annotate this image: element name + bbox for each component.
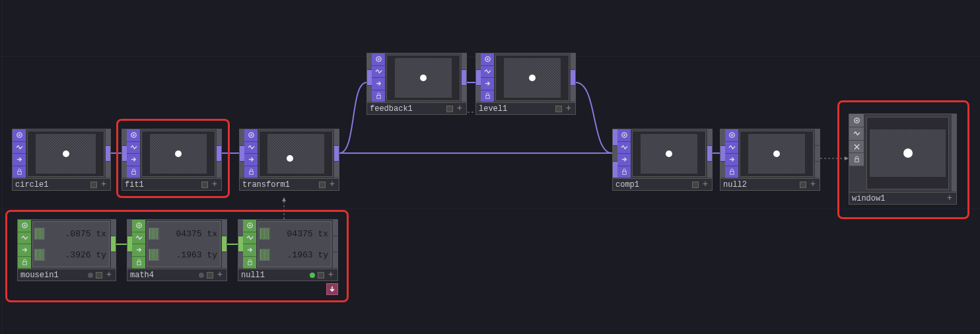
plus-icon[interactable]: + [327, 271, 335, 279]
node-title-bar[interactable]: transform1 + [240, 178, 339, 190]
node-level1[interactable]: level1 + [475, 53, 576, 115]
node-title-bar[interactable]: level1 + [476, 102, 575, 114]
node-flags[interactable] [243, 220, 256, 269]
export-arrow-button[interactable] [326, 283, 338, 295]
node-flags[interactable] [132, 220, 145, 269]
title-flag[interactable] [96, 272, 102, 279]
plus-icon[interactable]: + [809, 181, 817, 189]
node-transform1[interactable]: transform1 + [239, 129, 339, 191]
title-flag[interactable] [318, 272, 324, 279]
lock-icon[interactable] [372, 90, 385, 103]
lock-icon[interactable] [849, 153, 864, 166]
title-flag[interactable] [446, 106, 453, 112]
output-connector[interactable] [333, 220, 337, 269]
input-connector[interactable] [240, 129, 244, 178]
node-fit1[interactable]: fit1 + [122, 129, 222, 191]
arrow-icon[interactable] [372, 78, 385, 90]
node-title-bar[interactable]: comp1 + [613, 178, 712, 190]
output-connector[interactable] [217, 129, 221, 178]
lock-icon[interactable] [243, 257, 256, 269]
activity-icon[interactable] [372, 66, 385, 79]
node-flags[interactable] [18, 220, 31, 269]
plus-icon[interactable]: + [701, 181, 709, 189]
node-circle1[interactable]: circle1 + [12, 129, 111, 191]
node-feedback1[interactable]: feedback1 + [367, 53, 467, 115]
node-title-bar[interactable]: circle1 + [13, 178, 110, 190]
input-connector[interactable] [720, 129, 725, 178]
plus-icon[interactable]: + [328, 181, 336, 189]
output-connector[interactable] [222, 220, 227, 269]
lock-icon[interactable] [13, 166, 26, 179]
node-title-bar[interactable]: null2 + [720, 178, 820, 190]
plus-icon[interactable]: + [456, 105, 464, 113]
title-flag[interactable] [319, 182, 326, 188]
activity-icon[interactable] [13, 142, 26, 154]
lock-icon[interactable] [244, 166, 258, 179]
input-connector[interactable] [238, 220, 243, 269]
node-title-bar[interactable]: window1 + [849, 192, 956, 204]
arrow-icon[interactable] [18, 244, 31, 257]
output-connector[interactable] [462, 53, 466, 102]
output-connector[interactable] [334, 129, 339, 178]
viewer-icon[interactable] [13, 129, 26, 142]
node-null1[interactable]: 04375 tx .1963 ty null1 + [238, 219, 338, 281]
node-flags[interactable] [13, 129, 26, 178]
lock-icon[interactable] [725, 166, 738, 179]
viewer-icon[interactable] [372, 53, 385, 66]
node-null2[interactable]: null2 + [720, 129, 820, 191]
node-title-bar[interactable]: null1 + [238, 269, 337, 281]
lock-icon[interactable] [617, 166, 631, 179]
node-flags[interactable] [372, 53, 385, 102]
title-flag[interactable] [207, 272, 213, 279]
viewer-icon[interactable] [132, 220, 145, 232]
activity-icon[interactable] [481, 66, 494, 79]
node-flags[interactable] [849, 114, 864, 192]
output-connector[interactable] [111, 220, 116, 269]
node-flags[interactable] [244, 129, 258, 178]
title-flag[interactable] [90, 182, 97, 188]
arrow-icon[interactable] [481, 78, 494, 90]
arrow-icon[interactable] [244, 154, 258, 166]
title-flag[interactable] [555, 106, 562, 112]
output-connector[interactable] [106, 129, 110, 178]
node-title-bar[interactable]: fit1 + [122, 178, 221, 190]
arrow-icon[interactable] [13, 154, 26, 166]
plus-icon[interactable]: + [211, 181, 219, 189]
title-flag[interactable] [800, 182, 806, 188]
node-flags[interactable] [617, 129, 631, 178]
export-flag[interactable] [310, 273, 315, 278]
input-connector[interactable] [476, 53, 481, 102]
close-icon[interactable] [849, 141, 864, 154]
arrow-icon[interactable] [127, 154, 140, 166]
activity-icon[interactable] [132, 232, 145, 245]
lock-icon[interactable] [18, 257, 31, 269]
activity-icon[interactable] [18, 232, 31, 245]
node-comp1[interactable]: comp1 + [612, 129, 713, 191]
activity-icon[interactable] [244, 142, 258, 154]
input-connector[interactable] [613, 129, 617, 178]
viewer-icon[interactable] [617, 129, 631, 142]
output-connector[interactable] [707, 129, 712, 178]
viewer-icon[interactable] [244, 129, 258, 142]
plus-icon[interactable]: + [216, 271, 224, 279]
node-mousein1[interactable]: .0875 tx .3926 ty mousein1 + [17, 219, 116, 281]
plus-icon[interactable]: + [100, 181, 108, 189]
title-flag[interactable] [201, 182, 208, 188]
input-connector[interactable] [122, 129, 127, 178]
output-connector[interactable] [952, 114, 956, 192]
activity-icon[interactable] [127, 142, 140, 154]
activity-icon[interactable] [725, 142, 738, 154]
viewer-icon[interactable] [127, 129, 140, 142]
arrow-icon[interactable] [132, 244, 145, 257]
node-title-bar[interactable]: feedback1 + [367, 102, 466, 114]
plus-icon[interactable]: + [105, 271, 113, 279]
node-title-bar[interactable]: math4 + [127, 269, 227, 281]
lock-icon[interactable] [127, 166, 140, 179]
output-connector[interactable] [815, 129, 820, 178]
lock-icon[interactable] [132, 257, 145, 269]
node-title-bar[interactable]: mousein1 + [18, 269, 116, 281]
viewer-icon[interactable] [849, 114, 864, 127]
arrow-icon[interactable] [243, 244, 256, 257]
node-flags[interactable] [481, 53, 494, 102]
viewer-icon[interactable] [481, 53, 494, 66]
